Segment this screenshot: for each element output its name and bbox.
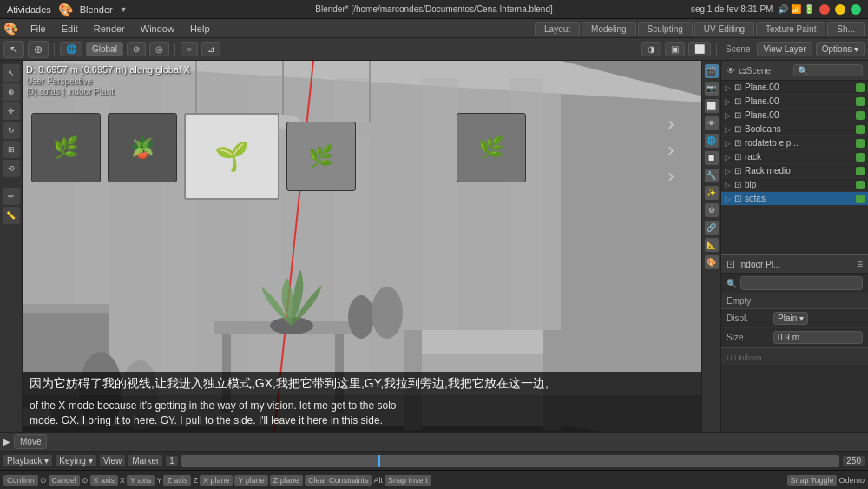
outliner-vis-5[interactable] — [856, 139, 865, 148]
props-icon-output[interactable]: ⬜ — [705, 99, 719, 113]
props-icon-data[interactable]: 📐 — [705, 238, 719, 252]
props-icon-physics[interactable]: ⚙ — [705, 203, 719, 217]
options-btn[interactable]: Options ▾ — [816, 42, 865, 56]
status-z-axis[interactable]: Z axis — [163, 475, 191, 486]
outliner-item-plane3[interactable]: ▷ ⊡ Plane.00 — [721, 109, 868, 122]
tab-texture-paint[interactable]: Texture Paint — [756, 22, 825, 36]
viewport-3d[interactable]: D: 0.6957 m (0.6957 m) along global X Us… — [23, 61, 701, 432]
tool-annotate[interactable]: ✏ — [3, 188, 20, 205]
outliner-item-rodateto[interactable]: ▷ ⊡ rodateto e p... — [721, 136, 868, 150]
props-icon-material[interactable]: 🎨 — [705, 255, 719, 269]
nav-arrow-2[interactable]: › — [667, 139, 674, 162]
tool-rotate[interactable]: ↻ — [3, 122, 20, 139]
move-label[interactable]: Move — [14, 434, 47, 449]
blender-dropdown-icon[interactable]: ▼ — [120, 5, 128, 14]
status-z-plane[interactable]: Z plane — [270, 475, 303, 486]
tool-select[interactable]: ↖ — [3, 64, 20, 82]
nav-arrow-3[interactable]: › — [667, 165, 674, 188]
tab-sculpting[interactable]: Sculpting — [638, 22, 693, 36]
plant-thumb-2[interactable]: 🪴 — [108, 113, 177, 182]
blender-label[interactable]: Blender — [80, 4, 113, 15]
outliner-vis-2[interactable] — [856, 97, 865, 106]
outliner-item-booleans[interactable]: ▷ ⊡ Booleans — [721, 122, 868, 136]
tool-move[interactable]: ✛ — [3, 102, 20, 120]
view-layer-btn[interactable]: View Layer — [757, 42, 812, 56]
menu-window[interactable]: Window — [134, 22, 181, 36]
outliner-item-blp[interactable]: ▷ ⊡ blp — [721, 178, 868, 192]
timeline-scrubber[interactable] — [181, 455, 839, 467]
toolbar-global-dropdown[interactable]: Global — [86, 42, 123, 56]
keying-btn[interactable]: Keying ▾ — [56, 455, 95, 466]
toolbar-select[interactable]: ↖ — [3, 41, 24, 58]
plant-thumb-4[interactable]: 🌿 — [286, 122, 356, 191]
tab-uv-editing[interactable]: UV Editing — [694, 22, 754, 36]
status-y-axis[interactable]: Y axis — [127, 475, 155, 486]
outliner-search[interactable] — [793, 64, 863, 76]
props-icon-modifier[interactable]: 🔧 — [705, 169, 719, 182]
toolbar-overlay[interactable]: ◑ — [641, 42, 661, 56]
menu-file[interactable]: File — [23, 22, 53, 36]
toolbar-xray[interactable]: ▣ — [665, 42, 685, 56]
frame-current[interactable]: 250 — [843, 456, 865, 466]
outliner-vis-8[interactable] — [856, 181, 865, 189]
props-icon-particles[interactable]: ✨ — [705, 186, 719, 200]
props-icon-world[interactable]: 🌐 — [705, 134, 719, 148]
tool-cursor[interactable]: ⊕ — [3, 83, 20, 101]
menu-help[interactable]: Help — [183, 22, 217, 36]
status-x-axis[interactable]: X axis — [90, 475, 119, 486]
outliner-item-plane1[interactable]: ▷ ⊡ Plane.00 — [721, 81, 868, 95]
close-btn[interactable] — [819, 4, 830, 15]
marker-btn[interactable]: Marker — [128, 455, 162, 466]
props-icon-view[interactable]: 👁 — [705, 116, 719, 130]
props-icon-render[interactable]: 📷 — [705, 82, 719, 96]
menu-render[interactable]: Render — [87, 22, 132, 36]
status-x-plane[interactable]: X plane — [200, 475, 233, 486]
view-btn[interactable]: View — [100, 455, 126, 466]
playback-btn[interactable]: Playback ▾ — [3, 455, 52, 466]
status-snap-toggle[interactable]: Snap Toggle — [787, 475, 838, 486]
props-icon-scene[interactable]: 🎬 — [705, 64, 719, 78]
toolbar-cursor[interactable]: ⊕ — [28, 41, 49, 58]
status-cancel[interactable]: Cancel — [49, 475, 80, 486]
outliner-item-sofas[interactable]: ▷ ⊡ sofas — [721, 192, 868, 206]
props-icon-object[interactable]: 🔲 — [705, 151, 719, 165]
maximize-btn[interactable] — [851, 4, 861, 15]
tool-measure[interactable]: 📏 — [3, 207, 20, 224]
outliner-vis-1[interactable] — [856, 83, 865, 92]
tab-sh[interactable]: Sh... — [827, 22, 865, 36]
toolbar-pivot[interactable]: ◎ — [149, 42, 169, 56]
plant-thumb-1[interactable]: 🌿 — [31, 113, 101, 182]
frame-start[interactable]: 1 — [166, 456, 178, 466]
tab-layout[interactable]: Layout — [535, 22, 580, 36]
props-search-input[interactable] — [740, 276, 863, 290]
menu-edit[interactable]: Edit — [55, 22, 85, 36]
outliner-vis-3[interactable] — [856, 111, 865, 120]
outliner-vis-7[interactable] — [856, 167, 865, 175]
nav-arrow-1[interactable]: › — [667, 113, 674, 135]
toolbar-transform-global[interactable]: 🌐 — [60, 42, 82, 56]
minimize-btn[interactable] — [835, 4, 845, 15]
status-clear-constraints[interactable]: Clear Constraints — [305, 475, 372, 486]
plant-thumb-3-selected[interactable]: 🌱 — [184, 113, 279, 200]
activities-label[interactable]: Atividades — [7, 4, 51, 15]
outliner-vis-4[interactable] — [856, 125, 865, 134]
toolbar-snap[interactable]: ⊘ — [127, 42, 146, 56]
outliner-vis-6[interactable] — [856, 153, 865, 162]
toolbar-snap2[interactable]: ⊿ — [201, 42, 220, 56]
tool-transform[interactable]: ⟲ — [3, 160, 20, 177]
outliner-item-rack-medio[interactable]: ▷ ⊡ Rack medio — [721, 164, 868, 178]
toolbar-prop-edit[interactable]: ○ — [181, 42, 198, 56]
display-type-dropdown[interactable]: Plain ▾ — [773, 312, 808, 325]
status-snap-invert[interactable]: Snap Invert — [385, 475, 431, 486]
props-options[interactable]: ≡ — [857, 258, 863, 270]
tool-scale[interactable]: ⊞ — [3, 141, 20, 158]
outliner-item-rack[interactable]: ▷ ⊡ rack — [721, 150, 868, 164]
status-y-plane[interactable]: Y plane — [234, 475, 267, 486]
plant-thumb-5[interactable]: 🌿 — [457, 113, 526, 182]
status-confirm[interactable]: Confirm — [3, 475, 38, 486]
tab-modeling[interactable]: Modeling — [582, 22, 636, 36]
toolbar-view-mode[interactable]: ⬜ — [688, 42, 711, 56]
props-icon-constraints[interactable]: 🔗 — [705, 221, 719, 235]
outliner-vis-9[interactable] — [856, 195, 865, 203]
outliner-item-plane2[interactable]: ▷ ⊡ Plane.00 — [721, 95, 868, 109]
